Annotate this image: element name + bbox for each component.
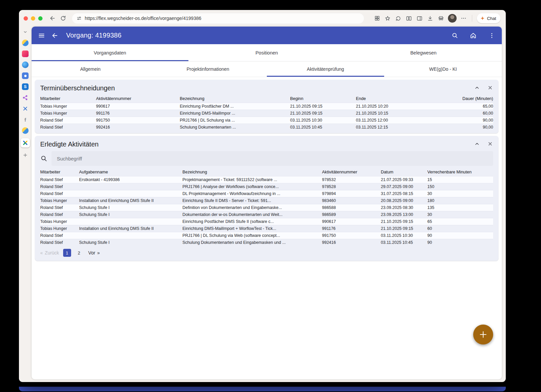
column-header[interactable]: Aktivitätennummer — [96, 95, 180, 103]
column-header[interactable]: Bezeichnung — [180, 95, 290, 103]
active-pinned-app-icon[interactable] — [21, 138, 30, 147]
toolbar-divider — [472, 15, 472, 22]
collapse-button[interactable] — [474, 85, 480, 91]
table-cell: 15 — [427, 176, 493, 183]
url-bar[interactable]: https://flex.wegscheider-os.de/office/vo… — [72, 13, 364, 24]
table-cell: Tobias Hunger — [40, 197, 79, 204]
menu-button[interactable] — [38, 32, 46, 40]
table-cell: 65 — [427, 218, 493, 225]
tab-aktivitaetenpruefung[interactable]: Aktivitätenprüfung — [267, 61, 384, 77]
table-row[interactable]: Roland StiefSchulung Stufe IDefinition v… — [40, 204, 493, 211]
collapse-button[interactable] — [474, 141, 480, 147]
more-icon[interactable] — [460, 15, 467, 22]
pagination-next[interactable]: Vor — [88, 250, 95, 255]
pinned-site-icon-6[interactable] — [22, 127, 29, 134]
pinned-site-icon-f[interactable]: f — [22, 116, 29, 123]
table-cell: 979894 — [322, 190, 381, 197]
table-row[interactable]: Roland StiefErstkontakt - 4199386Projekt… — [40, 176, 493, 183]
profile-avatar[interactable] — [448, 14, 457, 23]
column-header[interactable]: Verrechenbare Minuten — [427, 168, 493, 176]
incognito-icon[interactable] — [437, 15, 445, 22]
column-header[interactable]: Aufgabenname — [79, 168, 182, 176]
column-header[interactable]: Dauer (Minuten) — [422, 95, 493, 103]
table-row[interactable]: Tobias HungerInstallation und Einrichtun… — [40, 197, 493, 204]
table-row[interactable]: Roland StiefSchulung Stufe ISchulung Dok… — [40, 239, 493, 246]
zoom-window-button[interactable] — [38, 16, 43, 21]
site-info-icon[interactable] — [76, 16, 82, 21]
chat-button[interactable]: Chat — [477, 13, 500, 23]
pinned-site-icon-5[interactable]: S — [22, 83, 29, 90]
pinned-site-icon-1[interactable] — [22, 40, 29, 46]
table-cell: Roland Stief — [40, 124, 96, 131]
add-button[interactable] — [473, 325, 493, 344]
pinned-site-icon-4[interactable] — [22, 72, 29, 79]
column-header[interactable]: Mitarbeiter — [40, 168, 79, 176]
reload-button[interactable] — [59, 15, 67, 22]
table-row[interactable]: Roland StiefDL Projektmanagement - Workf… — [40, 190, 493, 197]
pagination-last[interactable]: » — [97, 250, 100, 255]
tab-allgemein[interactable]: Allgemein — [32, 61, 149, 77]
blue-x-icon[interactable] — [22, 105, 29, 112]
tab-belegwesen[interactable]: Belegwesen — [345, 44, 502, 61]
column-header[interactable]: Ende — [356, 95, 422, 103]
column-header[interactable]: Bezeichnung — [182, 168, 322, 176]
close-button[interactable] — [487, 85, 493, 91]
table-row[interactable]: Roland StiefPRJ1766 | DL Schulung via We… — [40, 232, 493, 239]
bookmark-star-icon[interactable] — [384, 15, 391, 22]
table-cell: Schulung Dokumentenarten und Eingabemask… — [182, 239, 322, 246]
split-view-icon[interactable] — [405, 15, 413, 22]
app-back-button[interactable] — [51, 32, 59, 40]
overflow-menu-button[interactable] — [488, 32, 496, 40]
table-row[interactable]: Roland Stief991750PRJ1766 | DL Schulung … — [40, 117, 493, 124]
download-icon[interactable] — [427, 15, 434, 22]
pagination-page-1[interactable]: 1 — [63, 249, 71, 257]
add-tab-button[interactable] — [22, 152, 29, 158]
home-button[interactable] — [469, 32, 477, 40]
apps-grid-icon[interactable] — [374, 15, 381, 22]
letter-glyph: S — [24, 84, 27, 89]
table-row[interactable]: Roland StiefSchulung Stufe IDokumentatio… — [40, 211, 493, 218]
table-cell: 21.10.2025 10:20 — [356, 103, 422, 110]
pagination-first[interactable]: « — [40, 250, 43, 255]
table-cell: Roland Stief — [40, 204, 79, 211]
table-cell: 150 — [427, 183, 493, 190]
dot-glyph — [24, 75, 27, 77]
table-row[interactable]: Roland Stief992416Schulung Dokumentenart… — [40, 124, 493, 131]
table-cell: 03.11.2025 12:00 — [356, 117, 422, 124]
table-row[interactable]: Tobias HungerEinrichtung Postfächer DMS … — [40, 218, 493, 225]
tab-vorgangsdaten[interactable]: Vorgangsdaten — [32, 44, 188, 61]
table-cell: Installation und Einrichtung DMS Stufe I… — [79, 197, 182, 204]
column-header[interactable]: Mitarbeiter — [40, 95, 96, 103]
pinned-site-icon-2[interactable] — [22, 50, 29, 57]
table-row[interactable]: Roland StiefPRJ1766 | Analyse der Workfl… — [40, 183, 493, 190]
column-header[interactable]: Beginn — [290, 95, 356, 103]
close-button[interactable] — [487, 141, 493, 147]
tab-positionen[interactable]: Positionen — [188, 44, 345, 61]
search-input[interactable] — [52, 151, 493, 166]
side-panel-icon[interactable] — [416, 15, 423, 22]
table-cell: Tobias Hunger — [40, 103, 96, 110]
chevron-up-icon — [474, 141, 480, 147]
tab-wegdo-ki[interactable]: WE(g)Do - KI — [384, 61, 502, 77]
minimize-window-button[interactable] — [31, 16, 35, 21]
table-row[interactable]: Tobias Hunger990617Einrichtung Postfäche… — [40, 103, 493, 110]
search-button[interactable] — [451, 32, 459, 40]
column-header[interactable]: Aktivitätennummer — [322, 168, 381, 176]
browser-back-button[interactable] — [49, 15, 56, 22]
chevron-down-icon[interactable] — [22, 29, 29, 35]
table-cell: 03.11.2025 10:30 — [290, 117, 356, 124]
sync-icon[interactable] — [395, 15, 402, 22]
pagination-prev[interactable]: Zurück — [45, 250, 59, 255]
table-cell: Einrichtung Stufe II DMS - Server - Tick… — [182, 197, 322, 204]
pagination-page-2[interactable]: 2 — [75, 249, 83, 257]
tab-projektinformationen[interactable]: Projektinformationen — [149, 61, 267, 77]
column-header[interactable]: Datum — [381, 168, 427, 176]
table-cell: Roland Stief — [40, 232, 79, 239]
table-row[interactable]: Tobias HungerInstallation und Einrichtun… — [40, 225, 493, 232]
close-window-button[interactable] — [24, 16, 28, 21]
pinned-site-icon-3[interactable] — [22, 61, 29, 68]
share-nodes-icon[interactable] — [22, 94, 29, 101]
table-row[interactable]: Tobias Hunger991176Einrichtung DMS-MailI… — [40, 110, 493, 117]
table-cell: Tobias Hunger — [40, 110, 96, 117]
chat-label: Chat — [487, 16, 496, 21]
